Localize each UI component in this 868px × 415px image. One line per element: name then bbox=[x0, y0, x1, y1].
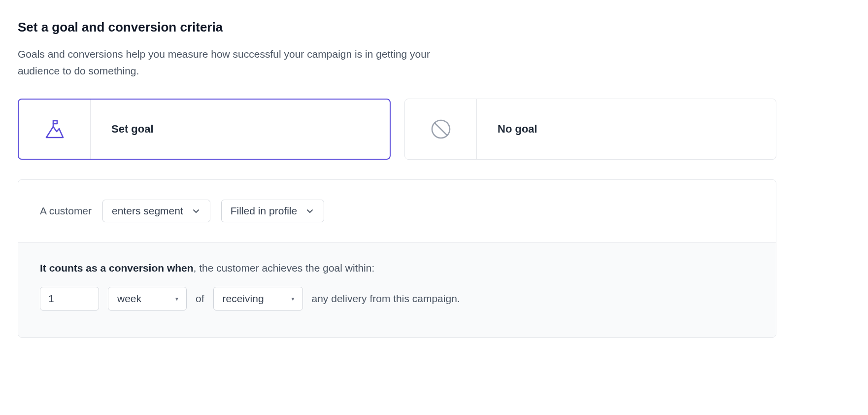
section-description: Goals and conversions help you measure h… bbox=[18, 46, 471, 79]
segment-dropdown[interactable]: Filled in profile bbox=[221, 200, 324, 222]
svg-line-2 bbox=[434, 123, 447, 135]
section-title: Set a goal and conversion criteria bbox=[18, 20, 776, 35]
action-dropdown-value: enters segment bbox=[112, 205, 183, 217]
event-value: receiving bbox=[223, 293, 264, 305]
caret-down-icon: ▼ bbox=[174, 296, 179, 302]
conversion-lead-bold: It counts as a conversion when bbox=[40, 262, 194, 274]
action-dropdown[interactable]: enters segment bbox=[102, 200, 210, 222]
conversion-trail: any delivery from this campaign. bbox=[312, 293, 460, 305]
conversion-row: It counts as a conversion when, the cust… bbox=[18, 242, 776, 337]
conversion-controls: week ▼ of receiving ▼ any delivery from … bbox=[40, 287, 754, 311]
card-icon-wrap bbox=[19, 100, 91, 159]
chevron-down-icon bbox=[191, 206, 201, 216]
goal-condition-row: A customer enters segment Filled in prof… bbox=[18, 180, 776, 242]
conversion-amount-input[interactable] bbox=[40, 287, 99, 311]
no-goal-card[interactable]: No goal bbox=[404, 99, 776, 160]
card-icon-wrap bbox=[405, 99, 477, 159]
caret-down-icon: ▼ bbox=[291, 296, 296, 302]
goal-config-panel: A customer enters segment Filled in prof… bbox=[18, 179, 776, 338]
conversion-description: It counts as a conversion when, the cust… bbox=[40, 262, 754, 274]
segment-dropdown-value: Filled in profile bbox=[231, 205, 297, 217]
chevron-down-icon bbox=[305, 206, 315, 216]
set-goal-card[interactable]: Set goal bbox=[18, 99, 391, 160]
set-goal-label: Set goal bbox=[91, 100, 154, 159]
event-select[interactable]: receiving ▼ bbox=[213, 287, 303, 311]
time-unit-value: week bbox=[117, 293, 141, 305]
condition-prefix: A customer bbox=[40, 205, 92, 217]
of-label: of bbox=[196, 293, 204, 305]
time-unit-select[interactable]: week ▼ bbox=[108, 287, 187, 311]
mountain-flag-icon bbox=[43, 118, 66, 140]
conversion-lead-rest: , the customer achieves the goal within: bbox=[194, 262, 375, 274]
no-goal-label: No goal bbox=[477, 99, 537, 159]
no-goal-icon bbox=[430, 118, 452, 140]
goal-choice-row: Set goal No goal bbox=[18, 99, 776, 160]
goal-settings-container: Set a goal and conversion criteria Goals… bbox=[18, 20, 776, 338]
